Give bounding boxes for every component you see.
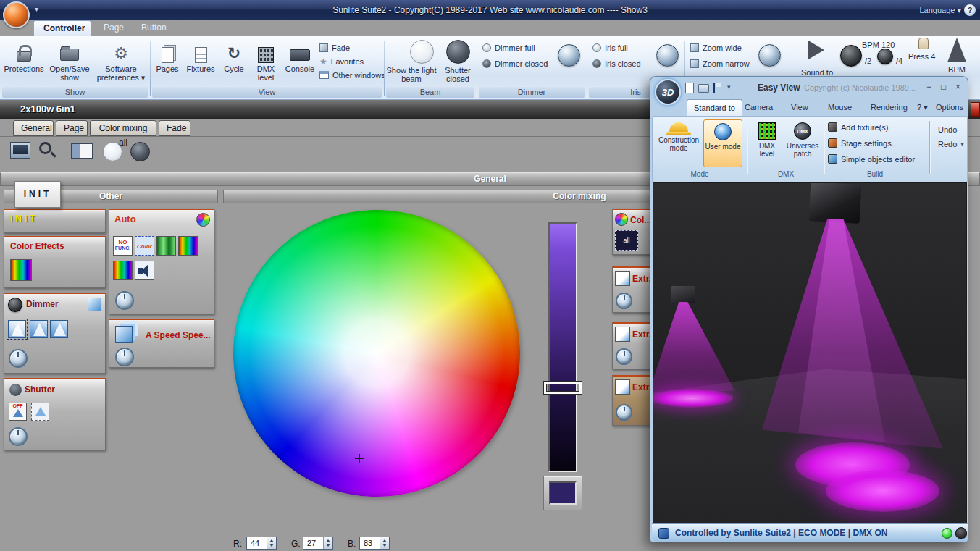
dmx-level-button[interactable]: DMX level [250, 40, 282, 82]
doc-tab-fade[interactable]: Fade [159, 120, 190, 136]
init-page-tab[interactable]: INIT [14, 181, 61, 208]
close-button[interactable]: × [952, 82, 964, 93]
auto-group-panel[interactable]: Auto NO FUNC. Color [109, 209, 214, 314]
speed-dial[interactable] [115, 348, 134, 366]
g-input[interactable]: 27 [303, 537, 333, 550]
console-button[interactable]: Console [283, 40, 317, 73]
maximize-button[interactable]: □ [937, 82, 950, 93]
dimmer-knob[interactable] [558, 44, 580, 67]
dimmer-corner-icon[interactable] [88, 298, 101, 311]
stage-settings-button[interactable]: Stage settings... [828, 138, 898, 148]
help-button[interactable]: ? [964, 4, 976, 16]
undo-button[interactable]: Undo [938, 125, 957, 134]
dimmer-dial[interactable] [9, 349, 28, 368]
extra-button-3[interactable]: Extr... [612, 375, 651, 426]
doc-close-button[interactable] [971, 102, 980, 117]
dark-circle-button[interactable] [130, 142, 150, 161]
rainbow-grid-icon[interactable] [178, 236, 198, 256]
easy-view-3d-logo[interactable]: 3D [655, 79, 681, 105]
press-button[interactable]: Press 4 [908, 52, 935, 61]
open-folder-icon[interactable] [698, 84, 709, 93]
iris-full-button[interactable]: Iris full [592, 43, 628, 52]
dimmer-fixture-2-icon[interactable] [30, 320, 48, 338]
rainbow-icon-2[interactable] [113, 261, 133, 280]
doc-tab-color-mixing-all[interactable]: Color mixing all [90, 120, 156, 136]
no-func-icon[interactable]: NO FUNC. [113, 236, 133, 256]
color-effects-button[interactable]: Color Effects [4, 236, 106, 288]
ev-tab-view[interactable]: View [784, 99, 815, 116]
user-mode-button[interactable]: User mode [703, 119, 742, 167]
fixtures-button[interactable]: Fixtures [183, 40, 218, 73]
b-spinner[interactable] [380, 537, 389, 549]
dimmer-group-panel[interactable]: Dimmer [4, 293, 106, 374]
white-circle-button[interactable] [103, 142, 122, 161]
add-fixtures-button[interactable]: Add fixture(s) [828, 122, 888, 132]
easy-view-window[interactable]: 3D ▾ Easy View Copyright (c) Nicolaudie … [650, 76, 968, 542]
extra-dial-2[interactable] [616, 348, 632, 365]
slider-handle[interactable] [544, 382, 582, 394]
save-icon[interactable] [713, 83, 715, 93]
fixture-large[interactable] [809, 182, 862, 224]
dimmer-fixture-1-icon[interactable] [8, 320, 26, 338]
zoom-wide-button[interactable]: Zoom wide [690, 43, 742, 52]
color-preset-button[interactable]: Col... all [612, 209, 651, 255]
iris-knob[interactable] [656, 44, 679, 67]
ev-options-menu[interactable]: Options ▾ [931, 99, 968, 116]
shutter-closed-button[interactable] [446, 40, 470, 64]
auto-corner-icon[interactable] [196, 213, 210, 227]
dimmer-mini-knob[interactable] [8, 298, 22, 312]
dimmer-closed-button[interactable]: Dimmer closed [482, 59, 548, 68]
zoom-knob[interactable] [758, 44, 781, 67]
ev-tab-camera[interactable]: Camera [738, 99, 779, 116]
doc-tab-general[interactable]: General [13, 120, 54, 136]
redo-button[interactable]: Redo ▾ [938, 140, 964, 148]
dimmer-full-button[interactable]: Dimmer full [482, 43, 535, 52]
favorites-button[interactable]: ★Favorites [319, 56, 364, 67]
extra-dial-1[interactable] [616, 293, 632, 309]
pages-button[interactable]: Pages [151, 40, 183, 73]
ev-tab-mouse[interactable]: Mouse [821, 99, 858, 116]
cycle-button[interactable]: ↻ Cycle [219, 40, 248, 73]
sound-knob-1[interactable] [840, 45, 862, 67]
iris-closed-button[interactable]: Iris closed [592, 59, 641, 68]
auto-dial[interactable] [115, 291, 134, 310]
tab-button[interactable]: Button [132, 20, 174, 36]
new-document-icon[interactable] [685, 83, 694, 93]
software-preferences-button[interactable]: ⚙ Software preferences ▾ [94, 40, 148, 82]
protections-button[interactable]: Protections [1, 40, 46, 73]
split-view-button[interactable] [71, 143, 93, 159]
doc-tab-page[interactable]: Page [56, 120, 88, 136]
display-button[interactable] [10, 142, 30, 159]
dimmer-fixture-3-icon[interactable] [50, 320, 68, 338]
tab-page[interactable]: Page [94, 20, 127, 36]
shutter-open-icon[interactable] [31, 403, 49, 421]
shutter-off-icon[interactable]: OFF [9, 403, 27, 421]
green-gradient-icon[interactable] [156, 236, 176, 256]
ev-dmx-level-button[interactable]: DMX level [751, 119, 783, 167]
g-spinner[interactable] [323, 537, 332, 549]
speaker-icon[interactable] [135, 261, 154, 280]
color-preset-icon[interactable]: Color [135, 236, 154, 256]
figure-icon[interactable] [955, 527, 967, 539]
quickbar-arrow-icon[interactable]: ▾ [727, 83, 731, 91]
quick-access-arrow-icon[interactable]: ▾ [35, 5, 38, 13]
sound-knob-2[interactable] [877, 49, 893, 64]
extra-dial-3[interactable] [616, 404, 632, 421]
extra-button-1[interactable]: Extr... [612, 266, 651, 313]
r-spinner[interactable] [267, 537, 276, 549]
brightness-slider[interactable] [548, 222, 577, 472]
universes-patch-button[interactable]: DMX Universes patch [784, 119, 821, 167]
other-windows-button[interactable]: Other windows [319, 70, 385, 80]
ev-help-menu[interactable]: ? ▾ [914, 99, 931, 116]
app-logo-icon[interactable] [3, 1, 30, 28]
shutter-dial[interactable] [9, 427, 28, 446]
3d-viewport[interactable] [653, 182, 967, 523]
tab-controller[interactable]: Controller [33, 20, 91, 36]
fade-button[interactable]: Fade [319, 42, 350, 53]
b-input[interactable]: 83 [359, 537, 390, 550]
open-save-show-button[interactable]: Open/Save show [46, 40, 93, 82]
construction-mode-button[interactable]: Construction mode [657, 119, 700, 167]
minimize-button[interactable]: − [923, 82, 935, 93]
ev-tab-standard-tools[interactable]: Standard to [687, 99, 742, 116]
show-light-beam-button[interactable] [410, 40, 434, 64]
